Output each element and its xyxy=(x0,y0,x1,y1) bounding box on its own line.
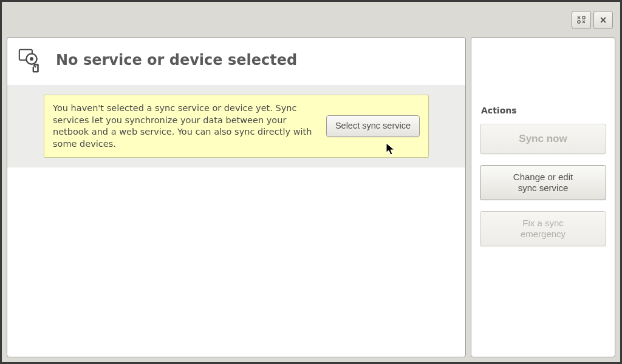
fix-sync-emergency-button[interactable]: Fix a sync emergency xyxy=(480,211,606,246)
svg-point-3 xyxy=(578,21,580,23)
notice-text: You haven't selected a sync service or d… xyxy=(53,103,315,150)
content-row: No service or device selected You haven'… xyxy=(7,37,615,357)
actions-heading: Actions xyxy=(481,106,606,115)
close-button[interactable]: × xyxy=(593,11,613,29)
sync-settings-window: × xyxy=(0,0,622,364)
notice-band: You haven't selected a sync service or d… xyxy=(7,85,465,167)
notice-box: You haven't selected a sync service or d… xyxy=(44,95,429,158)
sidebar-panel: Actions Sync now Change or edit sync ser… xyxy=(471,37,615,357)
select-sync-service-button[interactable]: Select sync service xyxy=(326,115,420,136)
maximize-icon xyxy=(576,15,586,25)
svg-point-2 xyxy=(583,16,585,19)
main-panel: No service or device selected You haven'… xyxy=(7,37,466,357)
maximize-button[interactable] xyxy=(572,11,591,29)
page-title: No service or device selected xyxy=(56,52,297,69)
window-titlebar: × xyxy=(2,2,620,35)
close-icon: × xyxy=(600,15,607,25)
svg-point-9 xyxy=(30,58,33,60)
sync-service-icon xyxy=(17,46,45,74)
header-row: No service or device selected xyxy=(7,38,465,85)
sync-now-button[interactable]: Sync now xyxy=(480,124,606,154)
change-sync-service-button[interactable]: Change or edit sync service xyxy=(480,165,606,200)
